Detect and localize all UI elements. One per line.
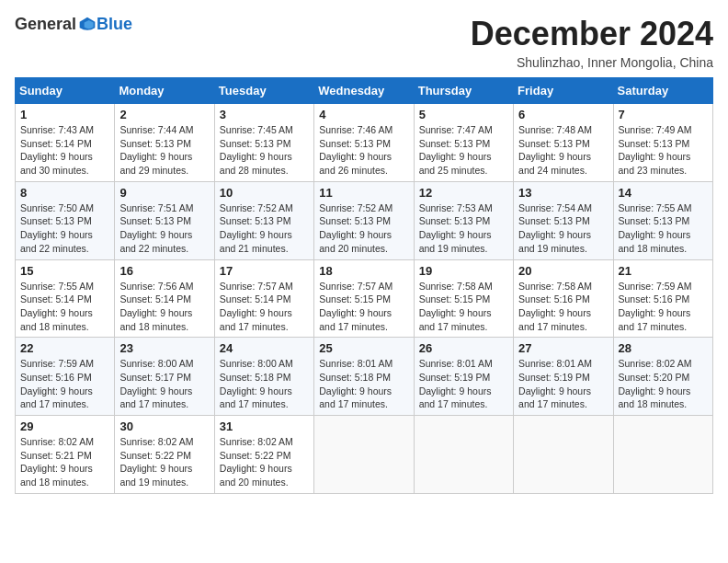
day-cell-24: 24 Sunrise: 8:00 AMSunset: 5:18 PMDaylig… xyxy=(214,338,313,416)
day-info: Sunrise: 7:47 AMSunset: 5:13 PMDaylight:… xyxy=(419,124,493,176)
day-info: Sunrise: 7:59 AMSunset: 5:16 PMDaylight:… xyxy=(619,281,692,332)
day-number: 23 xyxy=(119,341,209,355)
day-number: 20 xyxy=(518,264,608,278)
day-cell-13: 13 Sunrise: 7:54 AMSunset: 5:13 PMDaylig… xyxy=(514,181,613,259)
col-monday: Monday xyxy=(115,78,214,104)
day-info: Sunrise: 7:51 AMSunset: 5:13 PMDaylight:… xyxy=(119,202,193,254)
day-cell-27: 27 Sunrise: 8:01 AMSunset: 5:19 PMDaylig… xyxy=(514,338,613,416)
day-info: Sunrise: 7:57 AMSunset: 5:15 PMDaylight:… xyxy=(319,281,392,332)
day-number: 19 xyxy=(419,264,508,278)
day-cell-6: 6 Sunrise: 7:48 AMSunset: 5:13 PMDayligh… xyxy=(514,104,613,182)
day-number: 13 xyxy=(518,186,608,200)
day-cell-2: 2 Sunrise: 7:44 AMSunset: 5:13 PMDayligh… xyxy=(115,104,214,182)
day-info: Sunrise: 8:02 AMSunset: 5:22 PMDaylight:… xyxy=(220,436,293,488)
col-sunday: Sunday xyxy=(16,78,115,104)
day-info: Sunrise: 7:55 AMSunset: 5:13 PMDaylight:… xyxy=(619,202,692,254)
day-info: Sunrise: 8:01 AMSunset: 5:18 PMDaylight:… xyxy=(319,358,392,409)
day-number: 16 xyxy=(119,264,209,278)
logo-icon xyxy=(78,16,97,34)
page-title: December 2024 xyxy=(471,15,713,53)
day-cell-5: 5 Sunrise: 7:47 AMSunset: 5:13 PMDayligh… xyxy=(414,104,513,182)
day-number: 7 xyxy=(619,108,708,121)
day-cell-28: 28 Sunrise: 8:02 AMSunset: 5:20 PMDaylig… xyxy=(613,338,712,416)
day-info: Sunrise: 7:46 AMSunset: 5:13 PMDaylight:… xyxy=(319,124,392,176)
day-cell-7: 7 Sunrise: 7:49 AMSunset: 5:13 PMDayligh… xyxy=(613,104,712,182)
col-wednesday: Wednesday xyxy=(314,78,414,104)
day-number: 15 xyxy=(20,264,109,278)
day-cell-8: 8 Sunrise: 7:50 AMSunset: 5:13 PMDayligh… xyxy=(16,181,115,259)
day-info: Sunrise: 7:54 AMSunset: 5:13 PMDaylight:… xyxy=(518,202,592,254)
col-friday: Friday xyxy=(514,78,613,104)
calendar-table: Sunday Monday Tuesday Wednesday Thursday… xyxy=(15,77,713,494)
day-number: 27 xyxy=(518,341,608,355)
day-cell-9: 9 Sunrise: 7:51 AMSunset: 5:13 PMDayligh… xyxy=(115,181,214,259)
day-cell-26: 26 Sunrise: 8:01 AMSunset: 5:19 PMDaylig… xyxy=(414,338,513,416)
day-cell-19: 19 Sunrise: 7:58 AMSunset: 5:15 PMDaylig… xyxy=(414,259,513,338)
calendar-week-row: 1 Sunrise: 7:43 AMSunset: 5:14 PMDayligh… xyxy=(16,104,713,182)
day-number: 12 xyxy=(419,186,508,200)
day-number: 29 xyxy=(20,419,109,433)
day-info: Sunrise: 7:53 AMSunset: 5:13 PMDaylight:… xyxy=(419,202,493,254)
calendar-week-row: 8 Sunrise: 7:50 AMSunset: 5:13 PMDayligh… xyxy=(16,181,713,259)
day-cell-17: 17 Sunrise: 7:57 AMSunset: 5:14 PMDaylig… xyxy=(214,259,313,338)
calendar-week-row: 22 Sunrise: 7:59 AMSunset: 5:16 PMDaylig… xyxy=(16,338,713,416)
day-cell-20: 20 Sunrise: 7:58 AMSunset: 5:16 PMDaylig… xyxy=(514,259,613,338)
day-number: 10 xyxy=(220,186,309,200)
calendar-week-row: 29 Sunrise: 8:02 AMSunset: 5:21 PMDaylig… xyxy=(16,416,713,494)
col-saturday: Saturday xyxy=(613,78,712,104)
day-number: 22 xyxy=(20,341,109,355)
day-cell-21: 21 Sunrise: 7:59 AMSunset: 5:16 PMDaylig… xyxy=(613,259,712,338)
day-info: Sunrise: 7:44 AMSunset: 5:13 PMDaylight:… xyxy=(119,124,193,176)
logo-general-text: General xyxy=(15,15,76,34)
calendar-header-row: Sunday Monday Tuesday Wednesday Thursday… xyxy=(16,78,713,104)
day-number: 24 xyxy=(220,341,309,355)
day-cell-30: 30 Sunrise: 8:02 AMSunset: 5:22 PMDaylig… xyxy=(115,416,214,494)
day-info: Sunrise: 7:48 AMSunset: 5:13 PMDaylight:… xyxy=(518,124,592,176)
day-number: 3 xyxy=(220,108,309,121)
location-subtitle: Shulinzhao, Inner Mongolia, China xyxy=(471,55,713,70)
empty-cell xyxy=(314,416,414,494)
day-info: Sunrise: 7:52 AMSunset: 5:13 PMDaylight:… xyxy=(319,202,392,254)
day-info: Sunrise: 8:01 AMSunset: 5:19 PMDaylight:… xyxy=(419,358,493,409)
day-info: Sunrise: 7:50 AMSunset: 5:13 PMDaylight:… xyxy=(20,202,94,254)
day-info: Sunrise: 7:49 AMSunset: 5:13 PMDaylight:… xyxy=(619,124,692,176)
col-tuesday: Tuesday xyxy=(214,78,313,104)
day-info: Sunrise: 8:00 AMSunset: 5:17 PMDaylight:… xyxy=(119,358,193,409)
day-info: Sunrise: 7:55 AMSunset: 5:14 PMDaylight:… xyxy=(20,281,94,332)
day-cell-23: 23 Sunrise: 8:00 AMSunset: 5:17 PMDaylig… xyxy=(115,338,214,416)
empty-cell xyxy=(514,416,613,494)
day-number: 26 xyxy=(419,341,508,355)
day-number: 17 xyxy=(220,264,309,278)
day-cell-22: 22 Sunrise: 7:59 AMSunset: 5:16 PMDaylig… xyxy=(16,338,115,416)
title-block: December 2024 Shulinzhao, Inner Mongolia… xyxy=(471,15,713,70)
day-info: Sunrise: 7:52 AMSunset: 5:13 PMDaylight:… xyxy=(220,202,293,254)
day-cell-12: 12 Sunrise: 7:53 AMSunset: 5:13 PMDaylig… xyxy=(414,181,513,259)
page-header: General Blue December 2024 Shulinzhao, I… xyxy=(15,15,713,70)
day-number: 6 xyxy=(518,108,608,121)
day-number: 21 xyxy=(619,264,708,278)
day-number: 11 xyxy=(319,186,408,200)
day-cell-31: 31 Sunrise: 8:02 AMSunset: 5:22 PMDaylig… xyxy=(214,416,313,494)
day-info: Sunrise: 8:01 AMSunset: 5:19 PMDaylight:… xyxy=(518,358,592,409)
day-info: Sunrise: 8:02 AMSunset: 5:20 PMDaylight:… xyxy=(619,358,692,409)
day-number: 18 xyxy=(319,264,408,278)
day-number: 8 xyxy=(20,186,109,200)
day-info: Sunrise: 7:58 AMSunset: 5:15 PMDaylight:… xyxy=(419,281,493,332)
day-number: 30 xyxy=(119,419,209,433)
logo-blue-text: Blue xyxy=(97,15,132,34)
calendar-week-row: 15 Sunrise: 7:55 AMSunset: 5:14 PMDaylig… xyxy=(16,259,713,338)
day-number: 31 xyxy=(220,419,309,433)
day-cell-29: 29 Sunrise: 8:02 AMSunset: 5:21 PMDaylig… xyxy=(16,416,115,494)
empty-cell xyxy=(613,416,712,494)
day-cell-11: 11 Sunrise: 7:52 AMSunset: 5:13 PMDaylig… xyxy=(314,181,414,259)
day-cell-10: 10 Sunrise: 7:52 AMSunset: 5:13 PMDaylig… xyxy=(214,181,313,259)
day-cell-25: 25 Sunrise: 8:01 AMSunset: 5:18 PMDaylig… xyxy=(314,338,414,416)
day-number: 28 xyxy=(619,341,708,355)
day-cell-1: 1 Sunrise: 7:43 AMSunset: 5:14 PMDayligh… xyxy=(16,104,115,182)
day-info: Sunrise: 7:59 AMSunset: 5:16 PMDaylight:… xyxy=(20,358,94,409)
day-info: Sunrise: 8:00 AMSunset: 5:18 PMDaylight:… xyxy=(220,358,293,409)
day-cell-3: 3 Sunrise: 7:45 AMSunset: 5:13 PMDayligh… xyxy=(214,104,313,182)
day-number: 4 xyxy=(319,108,408,121)
day-number: 2 xyxy=(119,108,209,121)
day-info: Sunrise: 7:56 AMSunset: 5:14 PMDaylight:… xyxy=(119,281,193,332)
